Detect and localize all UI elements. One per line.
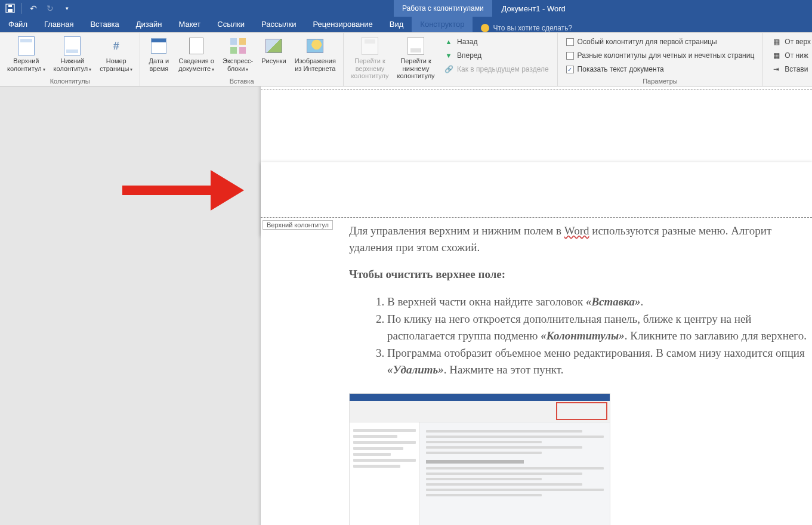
nav-header-icon — [362, 37, 378, 55]
ruler-bottom-icon: ▦ — [771, 51, 781, 60]
checkbox-icon — [566, 52, 574, 60]
tab-constructor[interactable]: Конструктор — [412, 16, 473, 32]
paragraph-intro: Для управления верхним и нижним полем в … — [349, 223, 812, 255]
highlight-box — [556, 402, 607, 420]
tab-home[interactable]: Главная — [36, 16, 82, 32]
steps-list: В верхней части окна найдите заголовок «… — [349, 294, 812, 378]
list-item: По клику на него откроется дополнительна… — [387, 311, 812, 344]
tab-view[interactable]: Вид — [381, 16, 412, 32]
svg-rect-1 — [8, 9, 13, 12]
footer-boundary — [261, 89, 812, 89]
group-navigation: Перейти к верхнему колонтитулу Перейти к… — [344, 33, 558, 86]
tab-layout[interactable]: Макет — [170, 16, 209, 32]
opt-show-doc[interactable]: ✓ Показать текст документа — [564, 63, 757, 76]
header-region-tag: Верхний колонтитул — [263, 220, 333, 230]
datetime-button[interactable]: Дата и время — [144, 34, 174, 73]
tab-file[interactable]: Файл — [0, 16, 36, 32]
group-label-headers: Колонтитулы — [4, 77, 136, 86]
qat-customize-icon[interactable]: ▾ — [61, 3, 72, 14]
document-area[interactable]: Верхний колонтитул Для управления верхни… — [0, 87, 812, 525]
tab-insert[interactable]: Вставка — [82, 16, 127, 32]
group-options: Особый колонтитул для первой страницы Ра… — [558, 33, 764, 86]
header-boundary — [261, 217, 812, 218]
titlebar: ↶ ↻ ▾ Работа с колонтитулами Документ1 -… — [0, 0, 812, 17]
footer-icon — [64, 36, 81, 55]
pictures-button[interactable]: Рисунки — [258, 34, 290, 73]
group-label-position — [767, 77, 812, 86]
quick-access-toolbar: ↶ ↻ ▾ — [0, 3, 72, 14]
opt-odd-even[interactable]: Разные колонтитулы для четных и нечетных… — [564, 49, 757, 62]
tab-references[interactable]: Ссылки — [209, 16, 253, 32]
globe-icon — [307, 39, 323, 53]
hash-icon: # — [113, 40, 119, 52]
nav-footer-icon — [407, 37, 424, 55]
group-label-options: Параметры — [561, 77, 759, 86]
opt-first-page[interactable]: Особый колонтитул для первой страницы — [564, 35, 757, 48]
document-title: Документ1 - Word — [502, 0, 566, 17]
nav-next-button[interactable]: ▼ Вперед — [441, 49, 551, 62]
list-item: Программа отобразит объемное меню редакт… — [387, 345, 812, 378]
ruler-top-icon: ▦ — [771, 37, 781, 47]
pos-insert-align[interactable]: ⇥ Встави — [769, 63, 812, 76]
group-label-insert: Вставка — [144, 77, 339, 86]
tell-me-placeholder: Что вы хотите сделать? — [493, 24, 572, 32]
doc-icon — [189, 38, 203, 54]
tab-design[interactable]: Дизайн — [128, 16, 171, 32]
undo-icon[interactable]: ↶ — [28, 3, 39, 14]
annotation-arrow — [122, 170, 248, 208]
save-icon[interactable] — [5, 3, 16, 14]
group-position: ▦ От верх ▦ От ниж ⇥ Встави — [763, 33, 812, 86]
contextual-tab-title: Работа с колонтитулами — [394, 0, 492, 17]
tell-me-search[interactable]: Что вы хотите сделать? — [473, 24, 572, 32]
header-icon — [18, 36, 35, 55]
goto-header-button: Перейти к верхнему колонтитулу — [347, 34, 393, 81]
nav-prev-button[interactable]: ▲ Назад — [441, 35, 551, 48]
page-number-button[interactable]: # Номер страницы▾ — [96, 34, 136, 73]
ribbon: Верхний колонтитул▾ Нижний колонтитул▾ #… — [0, 33, 812, 87]
embedded-screenshot — [349, 393, 610, 525]
qat-separator — [21, 3, 22, 14]
checkbox-icon — [566, 38, 574, 46]
quickparts-button[interactable]: Экспресс- блоки▾ — [219, 34, 257, 73]
tab-mailings[interactable]: Рассылки — [253, 16, 304, 32]
arrow-up-icon: ▲ — [444, 37, 453, 47]
bulb-icon — [481, 24, 489, 32]
group-headers: Верхний колонтитул▾ Нижний колонтитул▾ #… — [0, 33, 140, 86]
ribbon-tabs: Файл Главная Вставка Дизайн Макет Ссылки… — [0, 17, 812, 33]
docinfo-button[interactable]: Сведения о документе▾ — [175, 34, 218, 73]
list-item: В верхней части окна найдите заголовок «… — [387, 294, 812, 310]
blocks-icon — [230, 38, 246, 54]
link-previous-button: 🔗 Как в предыдущем разделе — [441, 63, 551, 76]
picture-icon — [265, 39, 282, 53]
pos-from-bottom[interactable]: ▦ От ниж — [769, 49, 812, 62]
svg-rect-2 — [8, 5, 12, 7]
tab-review[interactable]: Рецензирование — [304, 16, 381, 32]
calendar-icon — [151, 38, 166, 54]
group-insert: Дата и время Сведения о документе▾ Экспр… — [140, 33, 344, 86]
redo-icon[interactable]: ↻ — [45, 3, 55, 14]
goto-footer-button[interactable]: Перейти к нижнему колонтитулу — [394, 34, 438, 81]
online-pictures-button[interactable]: Изображения из Интернета — [291, 34, 339, 73]
tab-align-icon: ⇥ — [771, 64, 781, 74]
header-button[interactable]: Верхний колонтитул▾ — [4, 34, 49, 73]
link-icon: 🔗 — [444, 64, 453, 74]
document-body[interactable]: Для управления верхним и нижним полем в … — [349, 223, 812, 379]
pos-from-top[interactable]: ▦ От верх — [769, 35, 812, 48]
arrow-down-icon: ▼ — [444, 51, 453, 60]
checkbox-checked-icon: ✓ — [566, 66, 574, 73]
heading-clear-header: Чтобы очистить верхнее поле: — [349, 266, 812, 283]
footer-button[interactable]: Нижний колонтитул▾ — [50, 34, 95, 73]
